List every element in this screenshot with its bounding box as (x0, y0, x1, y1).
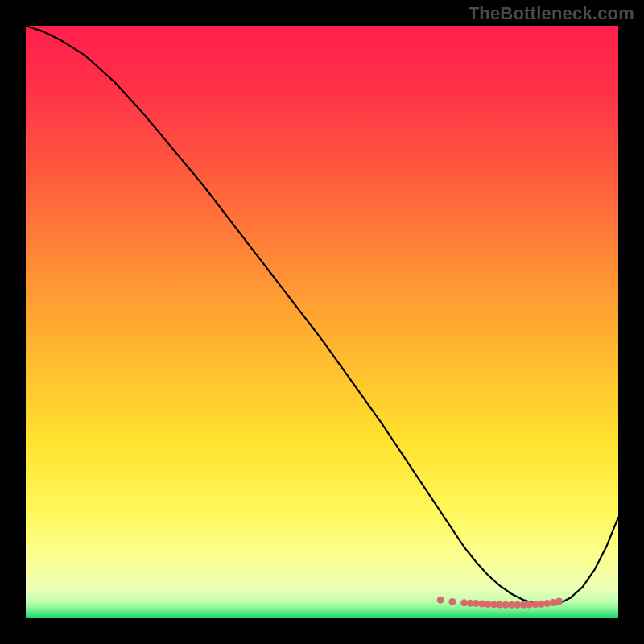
watermark-text: TheBottleneck.com (469, 3, 634, 24)
optimal-point-dot (555, 598, 563, 605)
chart-frame: TheBottleneck.com (0, 0, 644, 644)
optimal-point-dot (448, 598, 456, 605)
plot-area (26, 26, 618, 618)
bottleneck-curve (26, 26, 618, 618)
optimal-point-dot (437, 597, 444, 604)
curve-path (26, 26, 618, 605)
